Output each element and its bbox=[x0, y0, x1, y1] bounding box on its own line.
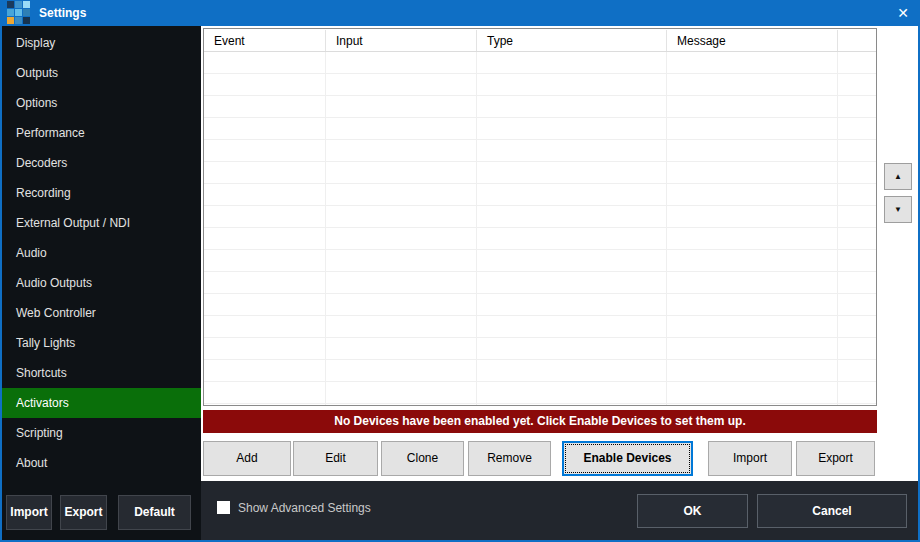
table-cell bbox=[204, 74, 326, 95]
table-cell bbox=[204, 338, 326, 359]
import-button[interactable]: Import bbox=[708, 441, 792, 476]
sidebar-export-button[interactable]: Export bbox=[60, 495, 107, 530]
dialog-footer: Show Advanced Settings OK Cancel bbox=[201, 481, 918, 540]
sidebar-item-options[interactable]: Options bbox=[2, 88, 201, 118]
sidebar-default-button[interactable]: Default bbox=[118, 495, 191, 530]
table-row[interactable] bbox=[204, 316, 876, 338]
table-cell bbox=[477, 250, 667, 271]
table-row[interactable] bbox=[204, 250, 876, 272]
activators-list[interactable]: Event Input Type Message bbox=[203, 28, 877, 406]
table-cell bbox=[838, 74, 876, 95]
table-row[interactable] bbox=[204, 74, 876, 96]
column-header-input[interactable]: Input bbox=[326, 30, 477, 51]
table-row[interactable] bbox=[204, 118, 876, 140]
table-cell bbox=[667, 228, 838, 249]
table-cell bbox=[477, 228, 667, 249]
table-cell bbox=[204, 382, 326, 403]
table-row[interactable] bbox=[204, 404, 876, 406]
sidebar-import-button[interactable]: Import bbox=[6, 495, 52, 530]
sidebar-item-audio-outputs[interactable]: Audio Outputs bbox=[2, 268, 201, 298]
table-cell bbox=[477, 294, 667, 315]
clone-button[interactable]: Clone bbox=[381, 441, 464, 476]
table-cell bbox=[326, 140, 477, 161]
table-row[interactable] bbox=[204, 338, 876, 360]
table-cell bbox=[667, 404, 838, 406]
table-cell bbox=[204, 250, 326, 271]
table-cell bbox=[838, 294, 876, 315]
table-cell bbox=[326, 250, 477, 271]
table-row[interactable] bbox=[204, 52, 876, 74]
table-cell bbox=[667, 162, 838, 183]
table-cell bbox=[838, 140, 876, 161]
table-cell bbox=[838, 272, 876, 293]
sidebar-item-tally-lights[interactable]: Tally Lights bbox=[2, 328, 201, 358]
table-cell bbox=[838, 206, 876, 227]
close-icon[interactable]: ✕ bbox=[892, 3, 914, 23]
table-row[interactable] bbox=[204, 360, 876, 382]
sidebar-item-outputs[interactable]: Outputs bbox=[2, 58, 201, 88]
table-cell bbox=[477, 382, 667, 403]
sidebar-item-performance[interactable]: Performance bbox=[2, 118, 201, 148]
move-down-button[interactable]: ▼ bbox=[884, 196, 912, 223]
sidebar-item-web-controller[interactable]: Web Controller bbox=[2, 298, 201, 328]
table-cell bbox=[326, 52, 477, 73]
table-cell bbox=[326, 360, 477, 381]
ok-button[interactable]: OK bbox=[637, 494, 748, 528]
table-row[interactable] bbox=[204, 162, 876, 184]
window-body: Display Outputs Options Performance Deco… bbox=[2, 26, 918, 540]
settings-window: Settings ✕ Display Outputs Options Perfo… bbox=[0, 0, 920, 542]
table-cell bbox=[477, 404, 667, 406]
show-advanced-settings-checkbox[interactable] bbox=[217, 501, 230, 514]
table-row[interactable] bbox=[204, 272, 876, 294]
table-row[interactable] bbox=[204, 206, 876, 228]
add-button[interactable]: Add bbox=[203, 441, 291, 476]
sidebar-item-scripting[interactable]: Scripting bbox=[2, 418, 201, 448]
sidebar-item-decoders[interactable]: Decoders bbox=[2, 148, 201, 178]
table-cell bbox=[838, 184, 876, 205]
table-cell bbox=[204, 316, 326, 337]
sidebar-item-shortcuts[interactable]: Shortcuts bbox=[2, 358, 201, 388]
table-row[interactable] bbox=[204, 228, 876, 250]
table-cell bbox=[326, 162, 477, 183]
sidebar-item-about[interactable]: About bbox=[2, 448, 201, 478]
table-cell bbox=[667, 96, 838, 117]
table-row[interactable] bbox=[204, 294, 876, 316]
table-cell bbox=[326, 294, 477, 315]
table-cell bbox=[326, 74, 477, 95]
table-cell bbox=[838, 118, 876, 139]
table-cell bbox=[204, 228, 326, 249]
sidebar-item-external-output-ndi[interactable]: External Output / NDI bbox=[2, 208, 201, 238]
window-title: Settings bbox=[39, 6, 86, 20]
table-row[interactable] bbox=[204, 184, 876, 206]
enable-devices-button[interactable]: Enable Devices bbox=[562, 441, 693, 476]
sidebar-item-display[interactable]: Display bbox=[2, 28, 201, 58]
remove-button[interactable]: Remove bbox=[468, 441, 551, 476]
table-cell bbox=[326, 184, 477, 205]
table-cell bbox=[477, 206, 667, 227]
move-up-button[interactable]: ▲ bbox=[884, 163, 912, 190]
cancel-button[interactable]: Cancel bbox=[757, 494, 907, 528]
sidebar-item-audio[interactable]: Audio bbox=[2, 238, 201, 268]
sidebar: Display Outputs Options Performance Deco… bbox=[2, 26, 201, 540]
table-cell bbox=[204, 404, 326, 406]
table-cell bbox=[477, 74, 667, 95]
edit-button[interactable]: Edit bbox=[293, 441, 378, 476]
table-cell bbox=[667, 338, 838, 359]
table-cell bbox=[204, 206, 326, 227]
export-button[interactable]: Export bbox=[796, 441, 875, 476]
table-cell bbox=[667, 206, 838, 227]
column-header-message[interactable]: Message bbox=[667, 30, 838, 51]
table-cell bbox=[838, 316, 876, 337]
column-header-event[interactable]: Event bbox=[204, 30, 326, 51]
table-cell bbox=[204, 52, 326, 73]
table-cell bbox=[477, 184, 667, 205]
column-header-type[interactable]: Type bbox=[477, 30, 667, 51]
sidebar-item-activators[interactable]: Activators bbox=[2, 388, 201, 418]
table-cell bbox=[838, 382, 876, 403]
table-cell bbox=[667, 272, 838, 293]
table-row[interactable] bbox=[204, 382, 876, 404]
table-row[interactable] bbox=[204, 96, 876, 118]
sidebar-item-recording[interactable]: Recording bbox=[2, 178, 201, 208]
table-row[interactable] bbox=[204, 140, 876, 162]
main-panel: Event Input Type Message ▲ ▼ No Devices … bbox=[201, 26, 918, 540]
